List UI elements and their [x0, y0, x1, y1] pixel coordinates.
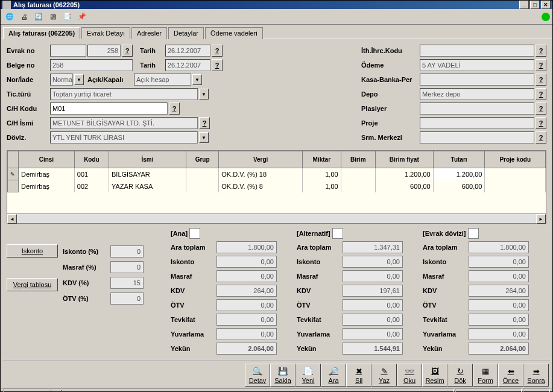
proje-field[interactable]	[420, 117, 534, 129]
grid-header[interactable]: Birim fiyat	[375, 151, 433, 168]
row-selector[interactable]	[8, 180, 19, 192]
minimize-button[interactable]: _	[519, 1, 529, 9]
yeni-button[interactable]: 📄Yeni	[295, 364, 321, 387]
sil-button[interactable]: ✖Sil	[346, 364, 371, 387]
grid-header[interactable]: Cinsi	[19, 151, 75, 168]
depo-field[interactable]: Merkez depo	[420, 88, 534, 100]
totals-currency-box[interactable]	[468, 228, 479, 239]
tool-doc-icon[interactable]: 📑	[61, 10, 74, 24]
odeme-field[interactable]: 5 AY VADELİ	[420, 59, 534, 71]
kasa-field[interactable]	[420, 74, 534, 86]
tarih1-lookup-button[interactable]: ?	[212, 45, 223, 57]
otv-pct-field[interactable]: 0	[110, 292, 144, 305]
sakla-button[interactable]: 💾Sakla	[270, 364, 295, 387]
tab-4[interactable]: Ödeme vadeleri	[205, 27, 263, 39]
grid-header[interactable]: Vergi	[219, 151, 303, 168]
cell-grup[interactable]	[186, 168, 218, 180]
cell-tutari[interactable]: 600,00	[433, 180, 485, 192]
doviz-field[interactable]: YTL YENİ TURK LİRASI	[50, 131, 198, 144]
iskonto-pct-field[interactable]: 0	[110, 245, 144, 258]
grid-header[interactable]: Birim	[341, 151, 375, 168]
sonra-button[interactable]: ➡Sonra	[523, 364, 549, 387]
proje-lookup-button[interactable]: ?	[536, 117, 546, 129]
form-button[interactable]: ▦Form	[473, 364, 498, 387]
masraf-pct-field[interactable]: 0	[110, 261, 144, 273]
chkodu-field[interactable]: M01	[50, 103, 168, 115]
noriade-field[interactable]: Norma	[50, 74, 73, 86]
tab-0[interactable]: Alış faturası (062205)	[3, 27, 80, 39]
evrak-no-prefix[interactable]	[50, 45, 86, 57]
totals-currency-box[interactable]	[189, 228, 200, 239]
noriade-dropdown-button[interactable]: ▼	[74, 74, 84, 85]
cell-ismi[interactable]: BİLGİSAYAR	[109, 168, 186, 180]
cell-cinsi[interactable]: Demirbaş	[19, 168, 75, 180]
totals-currency-box[interactable]	[332, 228, 343, 239]
grid-header[interactable]: Proje kodu	[485, 151, 546, 168]
cell-tutari[interactable]: 1.200,00	[433, 168, 485, 180]
cell-proje[interactable]	[485, 180, 546, 192]
srm-field[interactable]	[420, 131, 534, 144]
cell-kodu[interactable]: 002	[74, 180, 109, 192]
tool-globe-icon[interactable]: 🌐	[3, 10, 16, 24]
plasiyer-field[interactable]	[420, 103, 534, 115]
maximize-button[interactable]: □	[530, 1, 540, 9]
tarih2-field[interactable]: 26.12.2007	[165, 59, 210, 71]
detay-button[interactable]: 🔍Detay	[245, 364, 270, 387]
cell-grup[interactable]	[186, 180, 218, 192]
tool-excel-icon[interactable]: ▧	[46, 10, 60, 24]
ticturu-dropdown-button[interactable]: ▼	[199, 89, 209, 100]
tarih2-lookup-button[interactable]: ?	[212, 59, 223, 71]
yaz-button[interactable]: ✎Yaz	[371, 364, 397, 387]
chismi-lookup-button[interactable]: ?	[199, 117, 210, 129]
kasa-lookup-button[interactable]: ?	[536, 74, 546, 86]
grid-horizontal-scrollbar[interactable]: ◄ ►	[7, 213, 546, 223]
tarih1-field[interactable]: 26.12.2007	[165, 45, 210, 57]
acikkapali-field[interactable]: Açık hesap	[134, 74, 191, 86]
grid-header[interactable]: Kodu	[74, 151, 109, 168]
chkodu-lookup-button[interactable]: ?	[169, 103, 180, 115]
scroll-right-button[interactable]: ►	[536, 214, 546, 224]
scroll-left-button[interactable]: ◄	[7, 214, 17, 224]
close-button[interactable]: ✕	[541, 1, 551, 9]
odeme-lookup-button[interactable]: ?	[536, 59, 546, 71]
tab-2[interactable]: Adresler	[131, 27, 167, 39]
vergi-tablosu-button[interactable]: Vergi tablosu	[7, 278, 58, 291]
tab-3[interactable]: Detaylar	[168, 27, 204, 39]
tab-1[interactable]: Evrak Detayı	[81, 27, 130, 39]
grid-header[interactable]: Miktar	[303, 151, 341, 168]
cell-vergi[interactable]: OK.D.V. (%) 18	[219, 168, 303, 180]
tool-pin-icon[interactable]: 📌	[75, 10, 89, 24]
oku-button[interactable]: 👓Oku	[397, 364, 422, 387]
depo-lookup-button[interactable]: ?	[536, 88, 546, 100]
ara-button[interactable]: 🔎Ara	[321, 364, 346, 387]
evrak-no-lookup-button[interactable]: ?	[122, 45, 133, 57]
grid-header[interactable]: Grup	[186, 151, 218, 168]
srm-lookup-button[interactable]: ?	[536, 131, 546, 144]
ith-field[interactable]	[420, 45, 534, 57]
doviz-dropdown-button[interactable]: ▼	[199, 132, 209, 143]
tool-refresh-icon[interactable]: 🔄	[32, 10, 45, 24]
tool-print-icon[interactable]: 🖨	[17, 10, 31, 24]
scroll-track[interactable]	[17, 214, 536, 223]
chismi-field[interactable]: METUNET BİLGİSAYAR LTD. ŞTİ.	[50, 117, 198, 129]
cell-miktar[interactable]: 1,00	[303, 168, 341, 180]
dok-button[interactable]: ↻Dök	[447, 364, 473, 387]
ticturu-field[interactable]: Toptan yurtiçi ticaret	[50, 88, 198, 100]
cell-vergi[interactable]: OK.D.V. (%) 8	[219, 180, 303, 192]
cell-birim[interactable]	[341, 168, 375, 180]
iskonto-button[interactable]: Iskonto	[7, 244, 58, 258]
cell-birim-fiyat[interactable]: 600,00	[375, 180, 433, 192]
row-selector[interactable]: ✎	[8, 168, 19, 180]
grid-header[interactable]: İsmi	[109, 151, 186, 168]
belge-no-field[interactable]: 258	[50, 59, 133, 71]
grid-header[interactable]: Tutarı	[433, 151, 485, 168]
cell-proje[interactable]	[485, 168, 546, 180]
evrak-no-field[interactable]: 258	[87, 45, 121, 57]
cell-kodu[interactable]: 001	[74, 168, 109, 180]
cell-miktar[interactable]: 1,00	[303, 180, 341, 192]
resim-button[interactable]: 🖼Resim	[422, 364, 447, 387]
cell-birim[interactable]	[341, 180, 375, 192]
ith-lookup-button[interactable]: ?	[536, 45, 546, 57]
once-button[interactable]: ⬅Önce	[498, 364, 523, 387]
cell-birim-fiyat[interactable]: 1.200,00	[375, 168, 433, 180]
